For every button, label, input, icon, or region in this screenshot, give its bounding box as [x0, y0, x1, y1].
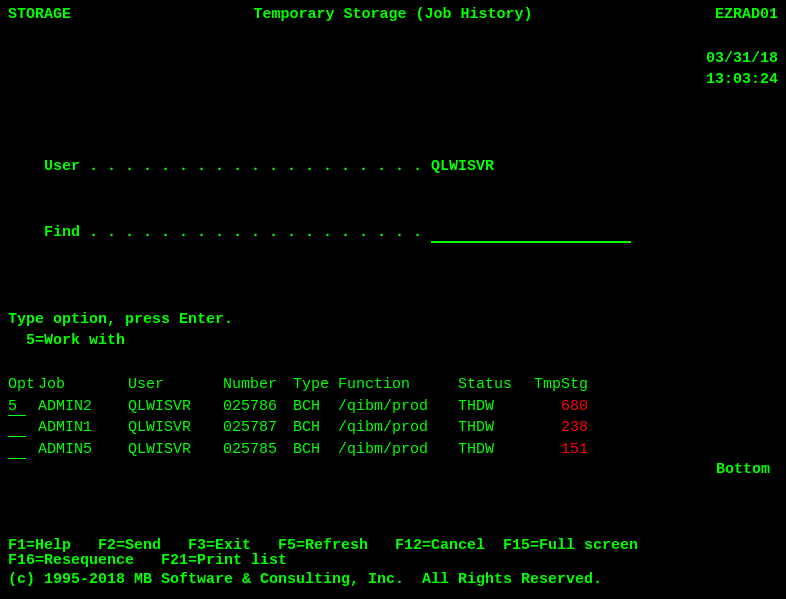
find-input[interactable] [431, 224, 631, 243]
user-row: User . . . . . . . . . . . . . . . . . .… [8, 135, 778, 200]
col-user-header: User [128, 374, 223, 396]
screen-title: Temporary Storage (Job History) [253, 4, 532, 26]
user-label: User [44, 158, 80, 175]
col-number-header: Number [223, 374, 293, 396]
terminal-screen: STORAGE Temporary Storage (Job History) … [0, 0, 786, 599]
date: 03/31/18 [706, 50, 778, 67]
find-dots: . . . . . . . . . . . . . . . . . . . [80, 224, 431, 241]
opt-input[interactable] [8, 441, 26, 459]
col-tmpstg-header: TmpStg [528, 374, 588, 396]
datetime-row: 03/31/18 13:03:24 [8, 26, 778, 113]
opt-input[interactable] [8, 419, 26, 437]
col-job-header: Job [38, 374, 128, 396]
option-help: 5=Work with [8, 330, 778, 352]
find-label: Find [44, 224, 80, 241]
time: 13:03:24 [697, 71, 778, 88]
table-row: ADMIN2QLWISVR025786BCH/qibm/prodTHDW680 [8, 396, 778, 418]
column-headers: Opt Job User Number Type Function Status… [8, 374, 778, 396]
col-function-header: Function [338, 374, 458, 396]
find-row: Find . . . . . . . . . . . . . . . . . .… [8, 200, 778, 265]
app-name: STORAGE [8, 4, 71, 26]
col-status-header: Status [458, 374, 528, 396]
table-row: ADMIN5QLWISVR025785BCH/qibm/prodTHDW151 [8, 439, 778, 461]
terminal-id: EZRAD01 [715, 4, 778, 26]
col-opt-header: Opt [8, 374, 38, 396]
data-rows: ADMIN2QLWISVR025786BCH/qibm/prodTHDW680A… [8, 396, 778, 461]
table-row: ADMIN1QLWISVR025787BCH/qibm/prodTHDW238 [8, 417, 778, 439]
copyright: (c) 1995-2018 MB Software & Consulting, … [8, 569, 778, 591]
col-type-header: Type [293, 374, 338, 396]
header-row: STORAGE Temporary Storage (Job History) … [8, 4, 778, 26]
user-value: QLWISVR [431, 158, 494, 175]
instruction-text: Type option, press Enter. [8, 309, 778, 331]
opt-input[interactable] [8, 398, 26, 416]
bottom-label: Bottom [716, 461, 770, 478]
user-dots: . . . . . . . . . . . . . . . . . . . [80, 158, 431, 175]
